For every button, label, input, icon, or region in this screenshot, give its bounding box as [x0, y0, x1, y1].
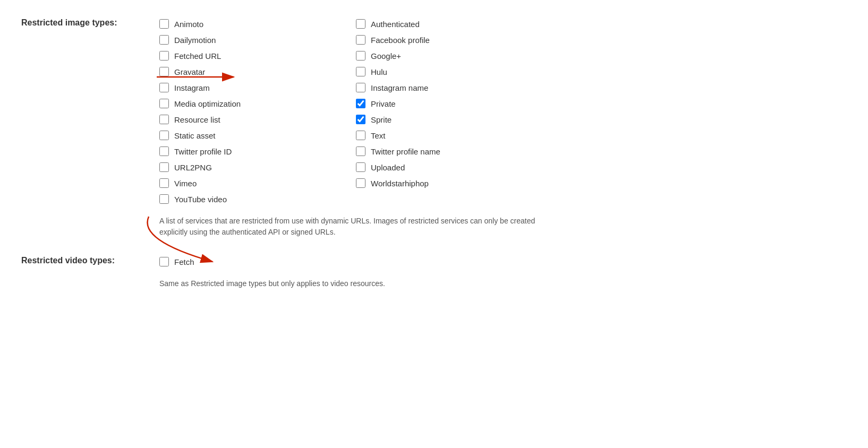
- checkbox-fetch[interactable]: [159, 257, 169, 266]
- checkbox-media-optimization[interactable]: [159, 99, 169, 108]
- checkbox-twitter-profile-id[interactable]: [159, 147, 169, 156]
- checkbox-item-fetched-url[interactable]: Fetched URL: [159, 48, 356, 64]
- checkbox-label-twitter-profile-name[interactable]: Twitter profile name: [371, 147, 440, 156]
- video-section-label: Restricted video types:: [21, 254, 159, 289]
- checkbox-label-fetched-url[interactable]: Fetched URL: [174, 51, 221, 61]
- image-section-description: A list of services that are restricted f…: [159, 216, 552, 238]
- checkbox-url2png[interactable]: [159, 162, 169, 172]
- checkbox-label-media-optimization[interactable]: Media optimization: [174, 99, 241, 108]
- checkbox-resource-list[interactable]: [159, 115, 169, 124]
- checkbox-item-gravatar[interactable]: Gravatar: [159, 64, 356, 80]
- checkbox-youtube-video[interactable]: [159, 194, 169, 204]
- checkbox-private[interactable]: [356, 99, 365, 108]
- video-section-content: Fetch Same as Restricted image types but…: [159, 254, 847, 289]
- checkbox-item-instagram-name[interactable]: Instagram name: [356, 80, 552, 96]
- checkbox-label-google-plus[interactable]: Google+: [371, 51, 401, 61]
- checkbox-label-private[interactable]: Private: [371, 99, 396, 108]
- checkbox-item-animoto[interactable]: Animoto: [159, 16, 356, 32]
- checkbox-label-authenticated[interactable]: Authenticated: [371, 20, 420, 29]
- checkbox-label-instagram[interactable]: Instagram: [174, 83, 210, 92]
- checkbox-label-facebook-profile[interactable]: Facebook profile: [371, 36, 430, 45]
- checkbox-item-google-plus[interactable]: Google+: [356, 48, 552, 64]
- checkbox-vimeo[interactable]: [159, 178, 169, 188]
- checkbox-label-twitter-profile-id[interactable]: Twitter profile ID: [174, 147, 232, 156]
- checkbox-item-twitter-profile-name[interactable]: Twitter profile name: [356, 143, 552, 159]
- image-section-label: Restricted image types:: [21, 16, 159, 238]
- checkbox-authenticated[interactable]: [356, 19, 365, 29]
- checkbox-fetched-url[interactable]: [159, 51, 169, 61]
- image-section-content: Animoto Authenticated Dailymotion Facebo…: [159, 16, 847, 238]
- checkbox-text[interactable]: [356, 131, 365, 140]
- checkbox-item-vimeo[interactable]: Vimeo: [159, 175, 356, 191]
- checkbox-sprite[interactable]: [356, 115, 365, 124]
- checkbox-label-uploaded[interactable]: Uploaded: [371, 163, 405, 172]
- checkbox-animoto[interactable]: [159, 19, 169, 29]
- checkbox-item-instagram[interactable]: Instagram: [159, 80, 356, 96]
- checkbox-label-static-asset[interactable]: Static asset: [174, 131, 216, 140]
- checkbox-google-plus[interactable]: [356, 51, 365, 61]
- checkbox-label-gravatar[interactable]: Gravatar: [174, 67, 205, 76]
- checkbox-label-text[interactable]: Text: [371, 131, 386, 140]
- checkbox-item-twitter-profile-id[interactable]: Twitter profile ID: [159, 143, 356, 159]
- checkbox-label-url2png[interactable]: URL2PNG: [174, 163, 212, 172]
- checkbox-dailymotion[interactable]: [159, 35, 169, 45]
- checkbox-label-animoto[interactable]: Animoto: [174, 20, 203, 29]
- checkbox-item-hulu[interactable]: Hulu: [356, 64, 552, 80]
- checkbox-item-static-asset[interactable]: Static asset: [159, 127, 356, 143]
- checkbox-instagram-name[interactable]: [356, 83, 365, 92]
- checkboxes-grid: Animoto Authenticated Dailymotion Facebo…: [159, 16, 552, 207]
- checkbox-item-dailymotion[interactable]: Dailymotion: [159, 32, 356, 48]
- checkbox-facebook-profile[interactable]: [356, 35, 365, 45]
- checkbox-item-fetch[interactable]: Fetch: [159, 254, 847, 270]
- checkbox-static-asset[interactable]: [159, 131, 169, 140]
- checkbox-item-private[interactable]: Private: [356, 96, 552, 111]
- checkbox-label-resource-list[interactable]: Resource list: [174, 115, 220, 124]
- checkbox-label-youtube-video[interactable]: YouTube video: [174, 195, 227, 204]
- checkbox-item-resource-list[interactable]: Resource list: [159, 111, 356, 127]
- checkbox-item-uploaded[interactable]: Uploaded: [356, 159, 552, 175]
- checkbox-instagram[interactable]: [159, 83, 169, 92]
- checkbox-label-hulu[interactable]: Hulu: [371, 67, 387, 76]
- checkbox-twitter-profile-name[interactable]: [356, 147, 365, 156]
- checkbox-item-sprite[interactable]: Sprite: [356, 111, 552, 127]
- checkbox-hulu[interactable]: [356, 67, 365, 76]
- checkbox-label-vimeo[interactable]: Vimeo: [174, 179, 197, 188]
- checkbox-label-fetch[interactable]: Fetch: [174, 257, 194, 266]
- checkbox-item-url2png[interactable]: URL2PNG: [159, 159, 356, 175]
- checkbox-item-media-optimization[interactable]: Media optimization: [159, 96, 356, 111]
- checkbox-label-dailymotion[interactable]: Dailymotion: [174, 36, 216, 45]
- checkbox-label-sprite[interactable]: Sprite: [371, 115, 392, 124]
- checkbox-item-youtube-video[interactable]: YouTube video: [159, 191, 356, 207]
- checkbox-item-facebook-profile[interactable]: Facebook profile: [356, 32, 552, 48]
- checkbox-gravatar[interactable]: [159, 67, 169, 76]
- empty-col2-slot: [356, 191, 552, 207]
- video-section-description: Same as Restricted image types but only …: [159, 278, 552, 289]
- checkbox-label-instagram-name[interactable]: Instagram name: [371, 83, 428, 92]
- checkbox-item-worldstarhiphop[interactable]: Worldstarhiphop: [356, 175, 552, 191]
- checkbox-label-worldstarhiphop[interactable]: Worldstarhiphop: [371, 179, 429, 188]
- checkbox-worldstarhiphop[interactable]: [356, 178, 365, 188]
- checkbox-item-text[interactable]: Text: [356, 127, 552, 143]
- checkbox-item-authenticated[interactable]: Authenticated: [356, 16, 552, 32]
- checkbox-uploaded[interactable]: [356, 162, 365, 172]
